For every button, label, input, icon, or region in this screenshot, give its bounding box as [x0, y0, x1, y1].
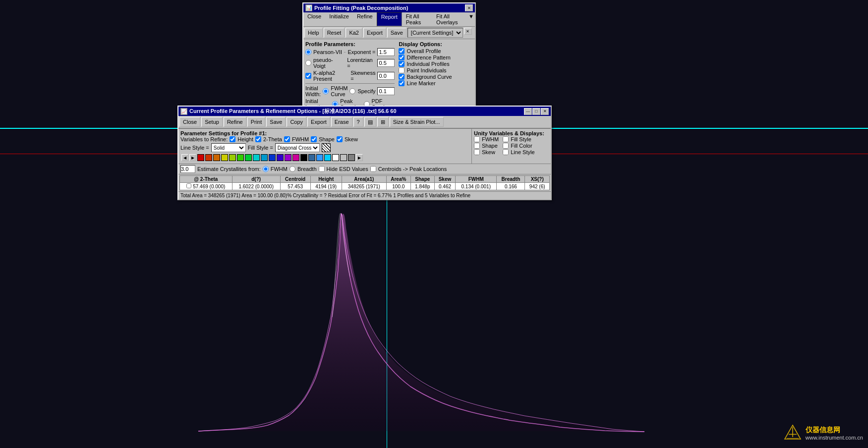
color-swatch-14[interactable] [300, 154, 307, 161]
cp-table-button[interactable]: ▤ [364, 117, 376, 127]
cp-save-button[interactable]: Save [266, 117, 286, 127]
cp-close-button[interactable]: Close [179, 117, 200, 127]
color-left-arrow[interactable]: ◀ [181, 154, 188, 161]
menu-report[interactable]: Report [377, 12, 402, 26]
exponent-input[interactable] [377, 48, 395, 56]
ka2-button[interactable]: Ka2 [346, 28, 362, 38]
line-marker-checkbox[interactable] [399, 80, 405, 86]
color-swatch-7[interactable] [245, 154, 252, 161]
individual-profiles-checkbox[interactable] [399, 61, 405, 67]
color-swatch-11[interactable] [277, 154, 284, 161]
overall-profile-row: Overall Profile [399, 48, 473, 54]
close-current-button[interactable]: ✕ [541, 108, 549, 115]
overall-profile-checkbox[interactable] [399, 48, 405, 54]
skew-var-checkbox[interactable] [337, 136, 343, 142]
color-swatch-10[interactable] [269, 154, 276, 161]
unity-fill-color-checkbox[interactable] [503, 143, 509, 149]
dialog-icon: 📊 [305, 4, 312, 11]
color-swatch-17[interactable] [324, 154, 331, 161]
two-theta-var-checkbox[interactable] [255, 136, 261, 142]
export-button[interactable]: Export [363, 28, 386, 38]
menu-close[interactable]: Close [303, 12, 325, 26]
color-right-arrow[interactable]: ▶ [189, 154, 196, 161]
pearson-vii-row: Pearson-VII Exponent = [305, 48, 395, 56]
line-style-dropdown[interactable]: Solid [211, 143, 246, 152]
row-checkbox[interactable] [186, 183, 191, 188]
current-profile-dialog: 📈 Current Profile Parameters & Refinemen… [177, 106, 552, 200]
paint-individuals-label: Paint Individuals [406, 67, 446, 73]
height-var-checkbox[interactable] [230, 136, 235, 142]
menu-initialize[interactable]: Initialize [325, 12, 353, 26]
color-swatch-15[interactable] [308, 154, 315, 161]
unity-fill-style-checkbox[interactable] [503, 136, 509, 142]
cell-fwhm: 0.134 (0.001) [456, 183, 497, 190]
cp-export-button[interactable]: Export [307, 117, 330, 127]
kalpha2-checkbox[interactable] [305, 73, 311, 79]
maximize-button[interactable]: □ [532, 108, 540, 115]
menu-fit-all-peaks[interactable]: Fit All Peaks [402, 12, 432, 26]
color-swatch-9[interactable] [261, 154, 268, 161]
expand-icon[interactable]: ▼ [467, 12, 475, 26]
lorentzian-input[interactable] [377, 59, 395, 67]
centroids-checkbox[interactable] [370, 166, 376, 172]
color-swatch-3[interactable] [213, 154, 220, 161]
color-end-arrow[interactable]: ▶ [356, 154, 363, 161]
color-swatch-13[interactable] [292, 154, 299, 161]
hide-esd-checkbox[interactable] [319, 166, 325, 172]
pearson-vii-radio[interactable] [305, 49, 311, 55]
pseudo-voigt-radio[interactable] [305, 60, 311, 66]
fwhm-curve-radio[interactable] [323, 88, 329, 94]
crystallite-value-input[interactable] [180, 165, 195, 173]
cp-erase-button[interactable]: Erase [331, 117, 352, 127]
color-swatch-5[interactable] [229, 154, 236, 161]
fwhm-var-checkbox[interactable] [284, 136, 290, 142]
cp-print-button[interactable]: Print [247, 117, 266, 127]
color-swatch-12[interactable] [285, 154, 291, 161]
current-settings-dropdown[interactable]: [Current Settings] [407, 28, 463, 38]
cp-help-button[interactable]: ? [353, 117, 363, 127]
table-row[interactable]: 57.469 (0.000) 1.6022 (0.0000) 57.453 41… [180, 183, 550, 190]
color-swatch-6[interactable] [237, 154, 244, 161]
specify-radio[interactable] [349, 88, 355, 94]
unity-skew-checkbox[interactable] [474, 149, 480, 155]
menu-fit-all-overlays[interactable]: Fit All Overlays [432, 12, 467, 26]
reset-button[interactable]: Reset [324, 28, 345, 38]
difference-pattern-checkbox[interactable] [399, 55, 405, 60]
menu-refine[interactable]: Refine [353, 12, 377, 26]
cp-setup-button[interactable]: Setup [201, 117, 223, 127]
cp-size-strain-button[interactable]: Size & Strain Plot... [390, 117, 444, 127]
color-swatch-1[interactable] [197, 154, 204, 161]
shape-var-checkbox[interactable] [311, 136, 317, 142]
profile-fitting-titlebar: 📊 Profile Fitting (Peak Decomposition) ✕ [303, 3, 475, 12]
background-curve-checkbox[interactable] [399, 74, 405, 80]
unity-shape-checkbox[interactable] [474, 143, 480, 149]
color-swatch-8[interactable] [253, 154, 260, 161]
save-button[interactable]: Save [387, 28, 406, 38]
settings-close-button[interactable]: ✕ [464, 28, 472, 35]
close-button-x[interactable]: ✕ [465, 4, 473, 11]
color-swatch-4[interactable] [221, 154, 228, 161]
xtal-breadth-radio[interactable] [289, 166, 295, 172]
help-button[interactable]: Help [304, 28, 323, 38]
color-swatch-16[interactable] [316, 154, 323, 161]
cell-d: 1.6022 (0.0000) [232, 183, 280, 190]
color-swatch-18[interactable] [332, 154, 339, 161]
cell-2theta: 57.469 (0.000) [180, 183, 232, 190]
paint-individuals-checkbox[interactable] [399, 67, 405, 73]
skewness-input[interactable] [377, 72, 395, 80]
background-curve-label: Background Curve [406, 74, 452, 80]
cp-refine-button[interactable]: Refine [224, 117, 246, 127]
xtal-fwhm-radio[interactable] [263, 166, 269, 172]
fill-style-dropdown[interactable]: Diagonal Cross [275, 143, 320, 152]
color-swatch-19[interactable] [340, 154, 347, 161]
specify-input[interactable] [377, 87, 395, 95]
minimize-button[interactable]: — [524, 108, 532, 115]
display-options-section: Display Options: Overall Profile Differe… [399, 41, 473, 111]
color-swatch-2[interactable] [205, 154, 212, 161]
unity-fwhm-checkbox[interactable] [474, 136, 480, 142]
color-swatch-20[interactable] [348, 154, 355, 161]
unity-line-style-checkbox[interactable] [503, 149, 509, 155]
cp-copy-button[interactable]: Copy [287, 117, 306, 127]
cp-grid-button[interactable]: ⊞ [377, 117, 389, 127]
unity-fill-style-row: Fill Style [503, 136, 534, 142]
